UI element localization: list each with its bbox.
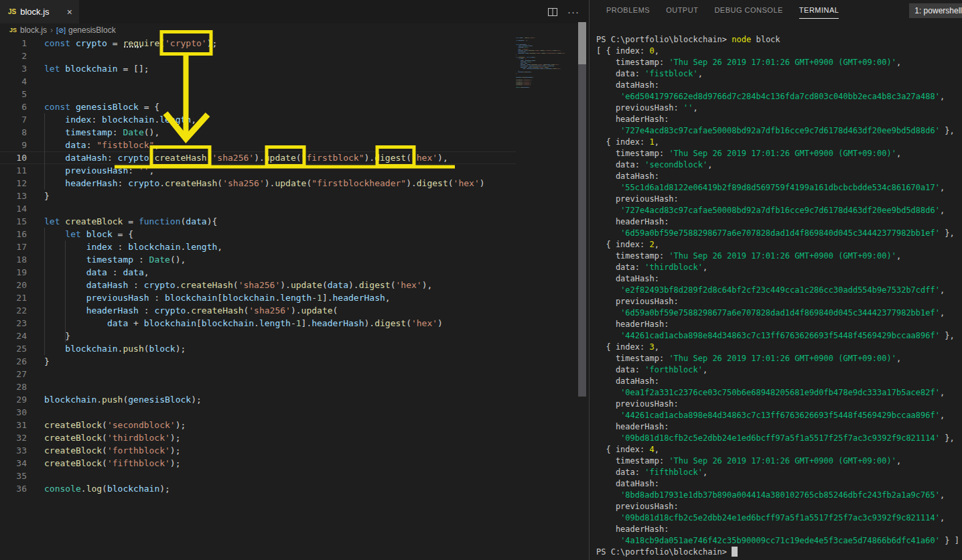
tab-title: block.js [20,7,63,17]
terminal-line: timestamp: 'Thu Sep 26 2019 17:01:26 GMT… [596,148,962,159]
line-number: 7 [0,113,27,126]
breadcrumb-symbol[interactable]: genesisBlock [68,25,116,35]
javascript-file-icon: JS [9,27,17,33]
code-line[interactable]: createBlock('thirdblock'); [44,431,485,444]
terminal-line: headerHash: [596,319,962,330]
line-number: 1 [0,37,27,50]
chevron-right-icon: › [50,25,53,35]
terminal-line: dataHash: [596,273,962,285]
terminal-line: '09bd81d18cfb2c5e2dbb24e1ed6bcff97a5f1a5… [596,433,962,444]
code-line[interactable] [44,75,485,88]
minimap[interactable]: const crypto = require('crypto'); let bl… [516,37,577,131]
indent-guide [44,113,45,190]
code-line[interactable]: timestamp : Date(), [44,253,485,266]
line-number: 19 [0,266,27,279]
code-line[interactable]: previousHash: '', [44,164,485,177]
terminal-line: PS C:\portfolio\blockchain> node block [596,34,962,46]
code-line[interactable] [44,50,485,62]
code-line[interactable]: createBlock('secondblock'); [44,419,485,431]
terminal-line: previousHash: [596,296,962,307]
tab-output[interactable]: OUTPUT [666,6,698,19]
code-line[interactable]: let block = { [44,228,485,240]
terminal-line: data: 'fifthblock', [596,467,962,478]
code-line[interactable]: headerHash: crypto.createHash('sha256').… [44,177,485,190]
line-number: 36 [0,482,27,495]
scrollbar-thumb[interactable] [578,64,586,397]
code-line[interactable]: } [44,355,485,368]
terminal-line: data: 'thirdblock', [596,262,962,273]
code-line[interactable]: index : blockchain.length, [44,240,485,253]
terminal-line: 'e2f82493bf8d289f2d8c64bf2cf23c449cca1c2… [596,285,962,296]
code-line[interactable]: const genesisBlock = { [44,100,485,113]
code-line[interactable] [44,88,485,100]
code-line[interactable] [44,406,485,419]
line-number: 6 [0,100,27,113]
code-editor[interactable]: 1234567891011121314151617181920212223242… [0,37,516,560]
editor-region: JS block.js × ··· JS block.js › [⊘] gene… [0,0,589,560]
line-number: 16 [0,228,27,240]
terminal-line: '0ea1f2a331c2376ce03c750b6e68948205681e9… [596,387,962,399]
code-line[interactable] [44,380,485,393]
line-number: 33 [0,444,27,457]
breadcrumb-file[interactable]: block.js [20,25,47,35]
terminal-line: headerHash: [596,114,962,125]
code-line[interactable]: } [44,190,485,202]
vscode-window: JS block.js × ··· JS block.js › [⊘] gene… [0,0,962,560]
terminal-line: { index: 2, [596,239,962,251]
code-line[interactable] [44,368,485,380]
line-number: 23 [0,317,27,330]
line-number-gutter: 1234567891011121314151617181920212223242… [0,37,27,495]
shell-selector-dropdown[interactable]: 1: powershell [909,3,962,18]
code-line[interactable]: let createBlock = function(data){ [44,215,485,228]
indent-guide [44,228,45,355]
line-number: 15 [0,215,27,228]
code-line[interactable]: previousHash : blockchain[blockchain.len… [44,291,485,304]
terminal-line: previousHash: [596,194,962,205]
line-number: 4 [0,75,27,88]
terminal-line: previousHash: [596,501,962,512]
code-line[interactable]: data : data, [44,266,485,279]
code-line[interactable]: console.log(blockchain); [44,482,485,495]
panel-header: PROBLEMS OUTPUT DEBUG CONSOLE TERMINAL 1… [590,0,962,24]
code-line[interactable]: data + blockchain[blockchain.length-1].h… [44,317,485,330]
code-line[interactable]: } [44,330,485,342]
code-line[interactable] [44,202,485,215]
tab-problems[interactable]: PROBLEMS [606,6,650,19]
terminal-line: previousHash: '', [596,102,962,114]
tab-terminal[interactable]: TERMINAL [799,6,839,19]
terminal-line: headerHash: [596,421,962,433]
code-line[interactable]: headerHash : crypto.createHash('sha256')… [44,304,485,317]
split-editor-icon[interactable] [547,7,558,17]
scrollbar-decoration [578,22,586,64]
line-number: 25 [0,342,27,355]
code-line[interactable]: timestamp: Date(), [44,126,485,139]
code-lines: const crypto = require('crypto'); let bl… [44,37,485,495]
editor-scrollbar[interactable] [577,0,587,560]
tab-debug-console[interactable]: DEBUG CONSOLE [714,6,782,19]
code-line[interactable]: dataHash : crypto.createHash('sha256').u… [44,279,485,291]
terminal-line: previousHash: [596,399,962,410]
close-tab-icon[interactable]: × [67,7,72,17]
code-line[interactable]: blockchain.push(genesisBlock); [44,393,485,406]
line-number: 22 [0,304,27,317]
code-line[interactable]: const crypto = require('crypto'); [44,37,485,50]
code-line[interactable]: index: blockchain.length, [44,113,485,126]
terminal-line: headerHash: [596,524,962,535]
terminal-output[interactable]: PS C:\portfolio\blockchain> node block[ … [590,24,962,560]
tab-block-js[interactable]: JS block.js × [0,0,79,23]
panel-tabs: PROBLEMS OUTPUT DEBUG CONSOLE TERMINAL [606,6,839,19]
code-line[interactable] [44,470,485,482]
minimap-line: console.log(blockchain); [516,86,573,88]
line-number: 34 [0,457,27,470]
code-line[interactable]: data: "fistblock", [44,139,485,151]
code-line[interactable]: createBlock('fifthblock'); [44,457,485,470]
code-line[interactable]: blockchain.push(block); [44,342,485,355]
line-number: 27 [0,368,27,380]
code-line[interactable]: let blockchain = []; [44,62,485,75]
editor-tab-bar: JS block.js × ··· [0,0,589,23]
line-number: 14 [0,202,27,215]
line-number: 30 [0,406,27,419]
code-line[interactable]: createBlock('forthblock'); [44,444,485,457]
code-line[interactable]: dataHash: crypto.createHash('sha256').up… [44,151,485,164]
line-number: 3 [0,62,27,75]
